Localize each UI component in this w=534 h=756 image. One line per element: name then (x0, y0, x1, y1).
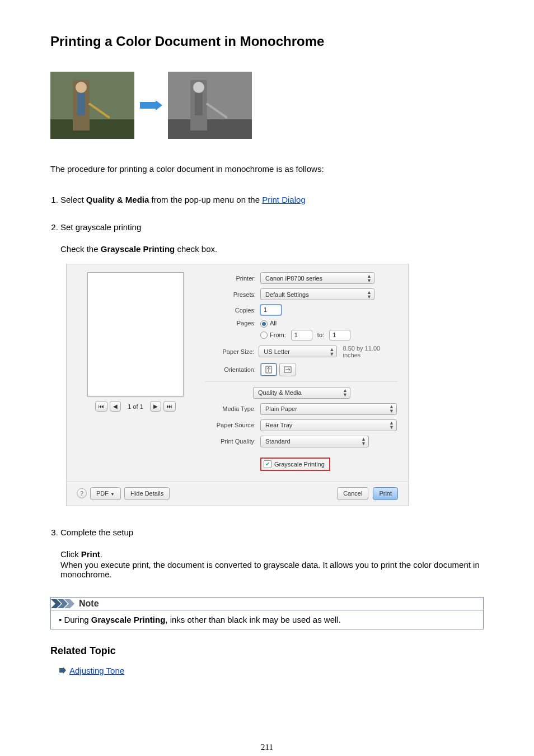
grayscale-printing-label: Grayscale Printing (274, 461, 325, 468)
step1-suffix: from the pop-up menu on the (149, 195, 262, 204)
intro-text: The procedure for printing a color docum… (50, 164, 484, 174)
papersize-select[interactable]: US Letter▲▼ (259, 346, 337, 357)
print-dialog-link[interactable]: Print Dialog (262, 195, 306, 204)
grayscale-printing-checkbox[interactable]: ✔ (264, 460, 271, 468)
note-suffix: , inks other than black ink may be used … (165, 615, 341, 624)
step1-prefix: Select (60, 195, 86, 204)
step2-check-prefix: Check the (60, 244, 101, 254)
step2-check-bold: Grayscale Printing (101, 244, 175, 254)
print-button[interactable]: Print (373, 487, 398, 500)
help-button[interactable]: ? (77, 488, 87, 498)
step-3: Complete the setup Click Print. When you… (60, 528, 484, 579)
step3-leader: Complete the setup (60, 528, 484, 537)
preview-last-button[interactable]: ⏭ (163, 401, 176, 412)
pages-to-input[interactable]: 1 (329, 330, 350, 340)
arrow-icon (140, 100, 162, 110)
step-2: Set grayscale printing Check the Graysca… (60, 222, 484, 506)
step3-click-suffix: . (100, 549, 102, 559)
orientation-landscape-button[interactable] (279, 363, 296, 376)
printquality-label: Print Quality: (205, 438, 260, 445)
preview-next-button[interactable]: ▶ (150, 401, 161, 412)
hide-details-button[interactable]: Hide Details (124, 487, 170, 500)
step2-check-suffix: check box. (175, 244, 217, 254)
step3-paragraph: When you execute print, the document is … (60, 560, 484, 579)
dialog-separator (205, 381, 398, 381)
note-block: Note • During Grayscale Printing, inks o… (50, 597, 484, 629)
copies-label: Copies: (205, 307, 260, 314)
pages-all-radio[interactable] (260, 320, 268, 328)
svg-rect-4 (77, 93, 85, 115)
color-image (50, 72, 134, 139)
orientation-portrait-button[interactable] (260, 363, 277, 376)
mediatype-label: Media Type: (205, 405, 260, 412)
pages-to-label: to: (317, 332, 324, 338)
printer-select[interactable]: Canon iP8700 series▲▼ (260, 272, 374, 284)
svg-point-3 (76, 82, 87, 93)
section-select[interactable]: Quality & Media▲▼ (253, 387, 350, 399)
preview-nav: ⏮ ◀ 1 of 1 ▶ ⏭ (95, 401, 176, 412)
pages-label: Pages: (205, 320, 260, 326)
note-chevron-icon (51, 599, 77, 608)
preview-first-button[interactable]: ⏮ (95, 401, 107, 412)
printer-label: Printer: (205, 275, 260, 282)
pages-from-input[interactable]: 1 (291, 330, 312, 340)
step1-bold: Quality & Media (86, 195, 149, 204)
pages-range-radio[interactable] (260, 332, 268, 339)
pages-all-label: All (270, 320, 277, 326)
printquality-select[interactable]: Standard▲▼ (260, 436, 369, 447)
papersource-label: Paper Source: (205, 422, 260, 428)
step2-leader: Set grayscale printing (60, 222, 484, 232)
note-bold: Grayscale Printing (91, 615, 166, 624)
preview-prev-button[interactable]: ◀ (110, 401, 121, 412)
print-preview (87, 272, 184, 396)
grayscale-printing-highlight: ✔ Grayscale Printing (260, 458, 330, 471)
svg-point-10 (193, 82, 204, 93)
step-1: Select Quality & Media from the pop-up m… (60, 195, 484, 204)
print-dialog: ⏮ ◀ 1 of 1 ▶ ⏭ Printer: Canon iP8700 ser… (66, 264, 409, 506)
step3-click-bold: Print (81, 549, 100, 559)
page-number: 211 (50, 743, 484, 752)
pdf-menu-button[interactable]: PDF ▼ (90, 487, 121, 500)
step3-click-prefix: Click (60, 549, 81, 559)
svg-marker-6 (140, 100, 162, 110)
page-title: Printing a Color Document in Monochrome (50, 34, 484, 49)
presets-label: Presets: (205, 291, 260, 298)
note-prefix: During (64, 615, 91, 624)
mediatype-select[interactable]: Plain Paper▲▼ (260, 403, 397, 415)
preview-page-indicator: 1 of 1 (128, 403, 143, 410)
svg-marker-18 (59, 667, 66, 674)
copies-input[interactable]: 1 (260, 305, 282, 315)
grayscale-image (168, 72, 252, 139)
papersize-dimensions: 8.50 by 11.00 inches (343, 345, 398, 358)
orientation-label: Orientation: (205, 366, 260, 373)
svg-rect-11 (195, 93, 203, 115)
papersource-select[interactable]: Rear Tray▲▼ (260, 419, 397, 431)
illustration-row (50, 72, 484, 139)
presets-select[interactable]: Default Settings▲▼ (260, 288, 374, 300)
papersize-label: Paper Size: (205, 348, 259, 355)
svg-rect-1 (50, 119, 134, 139)
svg-rect-8 (168, 119, 252, 139)
pages-from-label: From: (270, 332, 286, 338)
related-arrow-icon (59, 667, 66, 674)
cancel-button[interactable]: Cancel (337, 487, 368, 500)
note-heading: Note (79, 599, 99, 609)
adjusting-tone-link[interactable]: Adjusting Tone (69, 666, 124, 675)
related-topic-heading: Related Topic (50, 645, 484, 657)
